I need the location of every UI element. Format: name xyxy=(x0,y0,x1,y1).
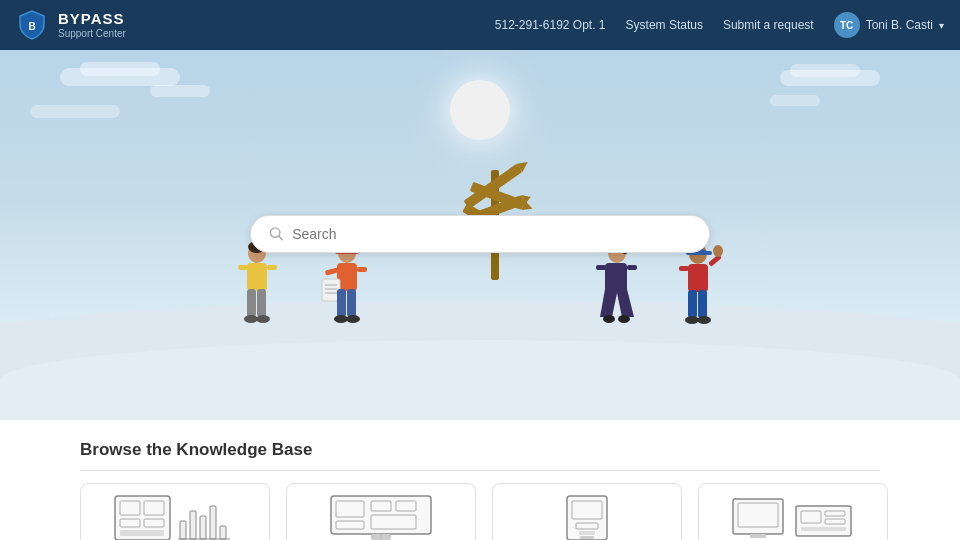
main-header: B BYPASS Support Center 512-291-6192 Opt… xyxy=(0,0,960,50)
svg-rect-31 xyxy=(347,289,356,317)
cloud-3 xyxy=(150,85,210,97)
svg-rect-61 xyxy=(210,506,216,539)
svg-rect-79 xyxy=(750,534,766,538)
svg-rect-38 xyxy=(596,265,606,270)
svg-rect-84 xyxy=(801,527,846,531)
person-figure-3 xyxy=(590,241,645,360)
kb-card-4[interactable] xyxy=(698,483,888,540)
svg-rect-16 xyxy=(267,265,277,270)
signpost xyxy=(445,110,545,294)
logo-area[interactable]: B BYPASS Support Center xyxy=(16,9,126,41)
svg-rect-17 xyxy=(247,289,256,317)
svg-rect-60 xyxy=(200,516,206,539)
svg-rect-48 xyxy=(688,290,697,318)
svg-text:B: B xyxy=(28,21,35,32)
logo-bypass-label: BYPASS xyxy=(58,11,126,28)
phone-link[interactable]: 512-291-6192 Opt. 1 xyxy=(495,18,606,32)
search-container xyxy=(250,215,710,253)
svg-rect-29 xyxy=(357,267,367,272)
kb-cards-row xyxy=(80,483,880,540)
logo-text: BYPASS Support Center xyxy=(58,11,126,39)
svg-point-41 xyxy=(618,315,630,323)
cloud-6 xyxy=(770,95,820,106)
svg-point-32 xyxy=(334,315,348,323)
user-name: Toni B. Casti xyxy=(866,18,933,32)
svg-rect-57 xyxy=(120,530,164,536)
svg-rect-37 xyxy=(605,263,627,293)
svg-line-11 xyxy=(279,236,282,239)
svg-rect-30 xyxy=(337,289,346,317)
submit-request-link[interactable]: Submit a request xyxy=(723,18,814,32)
browse-section: Browse the Knowledge Base xyxy=(0,420,960,540)
svg-rect-76 xyxy=(580,536,594,539)
system-status-link[interactable]: System Status xyxy=(626,18,703,32)
svg-rect-77 xyxy=(733,499,783,534)
cloud-5 xyxy=(790,64,860,77)
svg-point-50 xyxy=(685,316,699,324)
person-figure-2 xyxy=(320,241,375,360)
logo-support-label: Support Center xyxy=(58,28,126,39)
svg-rect-18 xyxy=(257,289,266,317)
svg-point-40 xyxy=(603,315,615,323)
chevron-down-icon: ▾ xyxy=(939,20,944,31)
svg-rect-49 xyxy=(698,290,707,318)
svg-point-19 xyxy=(244,315,258,323)
bypass-shield-icon: B xyxy=(16,9,48,41)
kb-card-2[interactable] xyxy=(286,483,476,540)
svg-rect-14 xyxy=(247,263,267,291)
cloud-7 xyxy=(30,105,120,118)
kb-card-1[interactable] xyxy=(80,483,270,540)
search-input[interactable] xyxy=(292,226,691,242)
svg-rect-75 xyxy=(579,531,595,535)
user-menu[interactable]: TC Toni B. Casti ▾ xyxy=(834,12,944,38)
search-icon xyxy=(269,226,284,242)
cloud-2 xyxy=(80,62,160,76)
svg-point-47 xyxy=(713,245,723,257)
ground-inner xyxy=(0,340,960,420)
svg-point-33 xyxy=(346,315,360,323)
person-figure-4 xyxy=(670,241,730,360)
svg-rect-15 xyxy=(238,265,248,270)
hero-section xyxy=(0,50,960,420)
svg-rect-58 xyxy=(180,521,186,539)
browse-title: Browse the Knowledge Base xyxy=(80,440,880,471)
svg-rect-62 xyxy=(220,526,226,539)
user-avatar: TC xyxy=(834,12,860,38)
person-figure-1 xyxy=(230,241,285,360)
svg-rect-39 xyxy=(627,265,637,270)
kb-card-3[interactable] xyxy=(492,483,682,540)
svg-rect-59 xyxy=(190,511,196,539)
svg-point-51 xyxy=(697,316,711,324)
search-bar xyxy=(250,215,710,253)
header-nav: 512-291-6192 Opt. 1 System Status Submit… xyxy=(495,12,944,38)
svg-rect-44 xyxy=(688,264,708,292)
svg-rect-45 xyxy=(679,266,689,271)
svg-point-20 xyxy=(256,315,270,323)
